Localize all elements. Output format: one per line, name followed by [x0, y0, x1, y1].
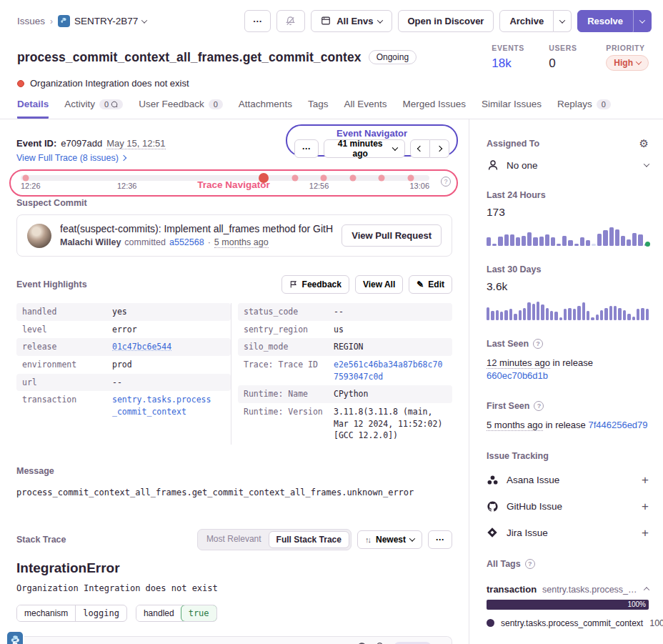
add-jira-issue-button[interactable]: +: [642, 526, 649, 540]
highlight-row: transactionsentry.tasks.process _commit_…: [16, 391, 231, 420]
help-icon[interactable]: ?: [525, 559, 535, 569]
event-age-dropdown[interactable]: 41 minutes ago: [324, 139, 405, 158]
all-tags-list: transactionsentry.tasks.process_com…100%…: [487, 584, 649, 644]
breadcrumb-issues-link[interactable]: Issues: [17, 16, 45, 26]
chart-bar: [514, 314, 517, 320]
tab-replays[interactable]: Replays0: [557, 99, 611, 119]
issue-subtitle-row: Organization Integration does not exist: [0, 71, 663, 89]
tab-details[interactable]: Details: [17, 99, 49, 119]
view-all-button[interactable]: View All: [355, 275, 403, 294]
tab-all-events[interactable]: All Events: [344, 99, 387, 119]
previous-event-button[interactable]: [410, 139, 430, 158]
sort-dropdown[interactable]: ↑↓ Newest: [357, 530, 422, 549]
help-icon[interactable]: ?: [533, 339, 543, 349]
environment-filter-button[interactable]: All Envs: [311, 10, 392, 32]
tab-activity[interactable]: Activity 0: [64, 99, 123, 119]
tag-pill-value: true: [181, 605, 217, 622]
tab-merged-issues[interactable]: Merged Issues: [402, 99, 466, 119]
gear-icon[interactable]: ⚙: [639, 138, 649, 149]
highlight-value: --: [334, 306, 447, 318]
trace-navigator-annotation: ? 12:2612:3612:5613:06 Trace Navigator: [9, 169, 458, 197]
users-count[interactable]: 0: [549, 56, 582, 71]
sidebar: Assigned To ⚙ No one Last 24 Hours 173 L…: [469, 119, 663, 644]
top-bar: Issues › SENTRY-2B77 ··· All En: [0, 0, 663, 32]
event-more-button[interactable]: ···: [294, 139, 319, 158]
resolve-button[interactable]: Resolve: [577, 10, 633, 32]
tag-header[interactable]: transactionsentry.tasks.process_com…: [487, 584, 649, 595]
chart-bar: [586, 240, 590, 246]
resolve-dropdown-button[interactable]: [633, 10, 652, 32]
tab-attachments[interactable]: Attachments: [239, 99, 292, 119]
issue-title: process_commit_context_all_frames.get_co…: [17, 50, 362, 65]
highlight-key: release: [22, 341, 112, 353]
chart-bar: [632, 317, 635, 320]
asana-issue-label: Asana Issue: [507, 475, 559, 485]
chart-bar: [522, 236, 526, 246]
archive-button[interactable]: Archive: [499, 10, 554, 32]
column-divider: [231, 303, 231, 445]
error-level-icon: [17, 80, 24, 87]
highlight-value-link[interactable]: 01c47bc6e544: [112, 341, 225, 353]
events-count[interactable]: 18k: [492, 56, 524, 71]
chart-bar: [487, 237, 491, 246]
most-relevant-toggle[interactable]: Most Relevant: [199, 531, 269, 548]
more-actions-button[interactable]: ···: [244, 10, 271, 32]
exception-type: IntegrationError: [16, 560, 452, 576]
replays-count-badge: 0: [597, 99, 611, 109]
highlight-value-link[interactable]: sentry.tasks.process _commit_context: [112, 394, 225, 417]
open-in-discover-button[interactable]: Open in Discover: [398, 10, 494, 32]
archive-dropdown-button[interactable]: [554, 10, 572, 32]
first-seen-release-link[interactable]: 7f446256ed79: [588, 420, 647, 430]
person-icon: [487, 159, 499, 172]
action-toolbar: ··· All Envs Open in Discover Archive Re…: [244, 10, 652, 32]
exception-tag-pill[interactable]: handledtrue: [136, 605, 217, 622]
priority-dropdown[interactable]: High: [606, 55, 649, 71]
issue-header: process_commit_context_all_frames.get_co…: [0, 32, 663, 71]
chart-bar: [564, 309, 567, 320]
chart-bar: [577, 306, 580, 320]
edit-highlights-button[interactable]: ✎ Edit: [409, 275, 452, 294]
chart-bar: [504, 310, 507, 320]
frame-header[interactable]: sentry/integrations/github/integration.p…: [17, 637, 452, 644]
main-content: Event ID: e7097add May 15, 12:51 View Fu…: [0, 119, 469, 644]
mute-notifications-button[interactable]: [276, 10, 305, 32]
next-event-button[interactable]: [430, 139, 449, 158]
stack-frame-card: sentry/integrations/github/integration.p…: [16, 636, 452, 644]
exception-tag-pill[interactable]: mechanismlogging: [16, 605, 127, 622]
chart-bar: [644, 244, 649, 246]
view-pull-request-button[interactable]: View Pull Request: [342, 224, 442, 247]
tag-detail-row[interactable]: sentry.tasks.process_commit_context100%: [487, 618, 649, 628]
tag-distribution-bar[interactable]: 100%: [487, 600, 649, 610]
highlight-value: --: [112, 377, 225, 389]
chart-bar: [545, 234, 549, 246]
full-stack-trace-toggle[interactable]: Full Stack Trace: [269, 531, 349, 548]
chevron-up-icon: [644, 587, 649, 593]
tab-similar-issues[interactable]: Similar Issues: [482, 99, 542, 119]
help-icon[interactable]: ?: [534, 401, 544, 411]
chart-bar: [587, 311, 589, 320]
tab-tags[interactable]: Tags: [308, 99, 329, 119]
chart-bar: [533, 237, 537, 246]
chart-bar: [574, 244, 579, 246]
tab-user-feedback[interactable]: User Feedback0: [139, 99, 223, 119]
add-github-issue-button[interactable]: +: [642, 500, 649, 514]
chart-bar: [597, 234, 602, 246]
feedback-button[interactable]: Feedback: [281, 275, 349, 294]
assignee-dropdown[interactable]: No one: [487, 159, 649, 172]
users-stat-label: USERS: [549, 44, 582, 52]
python-file-icon: [7, 632, 23, 644]
commit-sha-link[interactable]: a552568: [169, 237, 204, 247]
highlight-row: Runtime: Version3.11.8(3.11.8 (main, Mar…: [238, 403, 452, 445]
last-seen-release-link[interactable]: 660ec70b6d1b: [487, 370, 548, 381]
stack-trace-label: Stack Trace: [16, 535, 66, 545]
project-selector[interactable]: SENTRY-2B77: [58, 15, 146, 27]
add-asana-issue-button[interactable]: +: [642, 473, 649, 487]
tag-key: transaction: [487, 584, 537, 595]
chart-bar: [609, 306, 612, 320]
stack-trace-more-button[interactable]: ···: [428, 530, 452, 549]
highlight-value-link[interactable]: e2e561c46ba34a87b68c70 7593047c0d: [334, 359, 447, 382]
chevron-down-icon: [644, 161, 649, 167]
chevron-down-icon: [392, 144, 398, 150]
highlight-row: silo_modeREGION: [238, 338, 452, 356]
commit-author: Malachi Willey: [60, 237, 121, 247]
